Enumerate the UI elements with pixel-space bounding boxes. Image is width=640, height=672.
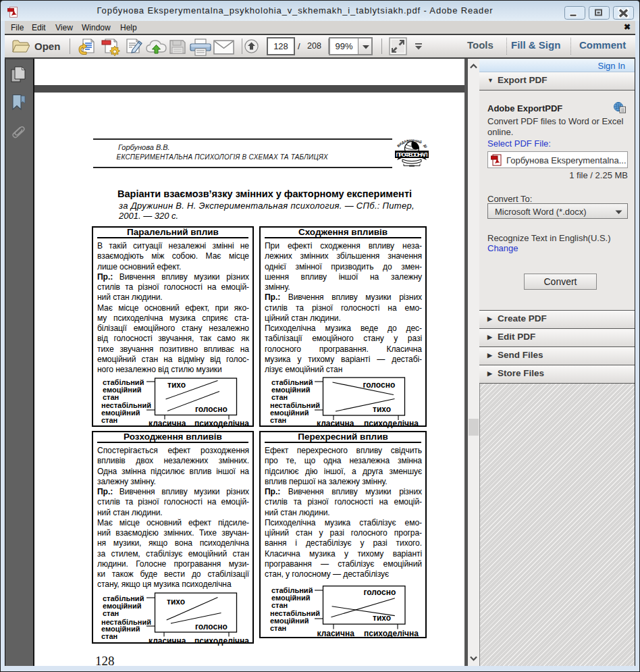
svg-text:стан: стан [270, 416, 286, 424]
svg-text:психоделічна: психоделічна [364, 629, 419, 638]
svg-text:стан: стан [270, 624, 286, 632]
svg-text:класична: класична [149, 636, 186, 646]
svg-text:стабільний: стабільний [103, 594, 144, 602]
svg-text:стан: стан [101, 416, 117, 424]
svg-text:психоделічна: психоделічна [364, 419, 419, 428]
svg-text:стан: стан [271, 393, 288, 401]
svg-text:голосно: голосно [195, 622, 228, 631]
svg-text:стан: стан [271, 601, 288, 609]
svg-text:тихо: тихо [373, 405, 391, 414]
svg-text:голосно: голосно [364, 588, 396, 597]
svg-text:ПРОФЕСІОНАЛ: ПРОФЕСІОНАЛ [396, 151, 428, 158]
svg-text:класична: класична [317, 419, 354, 428]
svg-text:голосно: голосно [195, 405, 228, 414]
svg-text:психоделічна: психоделічна [194, 636, 249, 646]
svg-text:стан: стан [103, 609, 119, 617]
svg-text:голосно: голосно [363, 380, 396, 390]
svg-text:психоделічна: психоделічна [194, 419, 249, 428]
svg-text:класична: класична [149, 419, 186, 428]
svg-text:стан: стан [103, 393, 119, 401]
svg-text:класична: класична [317, 629, 355, 638]
svg-text:тихо: тихо [167, 380, 186, 390]
svg-text:стан: стан [101, 632, 117, 640]
svg-text:тихо: тихо [167, 597, 185, 606]
